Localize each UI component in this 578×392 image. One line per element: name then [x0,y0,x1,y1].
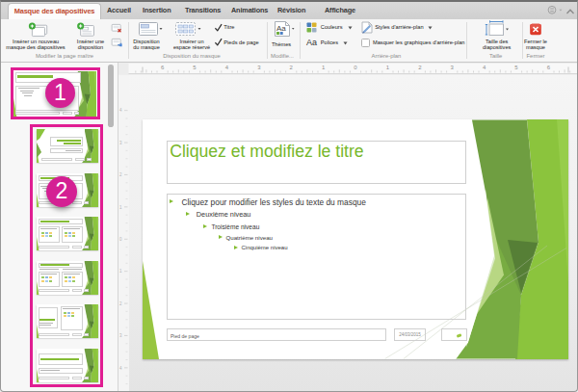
svg-text:1: 1 [119,269,122,274]
svg-text:4: 4 [119,365,122,370]
svg-text:5: 5 [193,65,197,70]
svg-text:1: 1 [322,65,326,70]
svg-text:0: 0 [119,237,122,242]
svg-text:2: 2 [119,301,122,305]
svg-text:6: 6 [547,65,551,70]
svg-text:4: 4 [225,65,229,70]
svg-text:4: 4 [483,65,486,70]
svg-text:2: 2 [418,65,422,70]
svg-text:1: 1 [386,65,390,70]
svg-text:3: 3 [119,140,122,144]
svg-text:Aa: Aa [276,24,286,33]
svg-text:4: 4 [119,108,122,113]
svg-text:3: 3 [451,65,455,70]
svg-text:5: 5 [514,65,518,70]
svg-text:3: 3 [257,65,261,70]
svg-text:2: 2 [119,172,122,177]
svg-text:3: 3 [119,333,122,338]
svg-text:1: 1 [119,204,122,209]
svg-text:0: 0 [354,65,357,70]
svg-text:2: 2 [290,65,294,70]
svg-text:6: 6 [161,65,165,70]
